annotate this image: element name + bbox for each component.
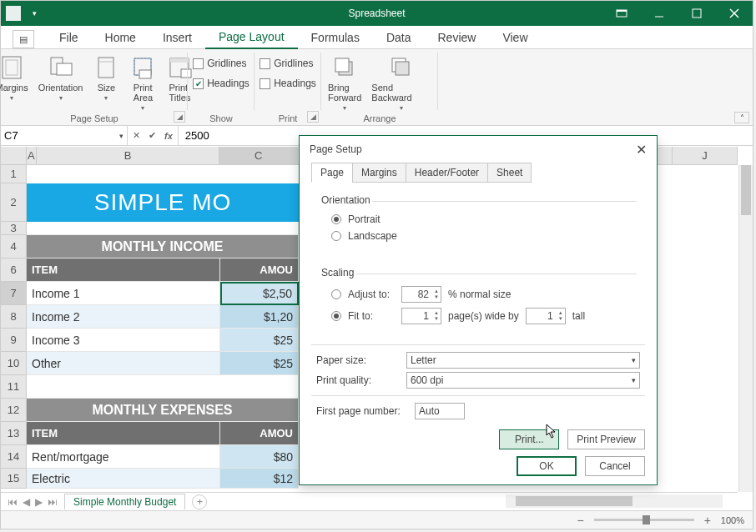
name-box[interactable]: C7▾ xyxy=(1,126,128,145)
print-area-button[interactable]: Print Area▾ xyxy=(128,53,158,113)
print-headings-check[interactable]: Headings xyxy=(260,78,316,89)
tab-data[interactable]: Data xyxy=(373,28,425,48)
collapse-ribbon[interactable]: ˄ xyxy=(734,112,749,123)
first-page-input[interactable]: Auto xyxy=(415,403,465,419)
ribbon-display-button[interactable] xyxy=(602,1,640,26)
svg-rect-1 xyxy=(14,7,20,13)
sheet-nav-last[interactable]: ⏭ xyxy=(48,496,58,508)
th-item: ITEM xyxy=(27,258,220,282)
paper-size-label: Paper size: xyxy=(316,354,400,366)
dialog-tab-page[interactable]: Page xyxy=(311,163,353,183)
close-button[interactable] xyxy=(715,1,753,26)
accept-formula-icon[interactable]: ✔ xyxy=(149,130,156,141)
tab-home[interactable]: Home xyxy=(92,28,149,48)
svg-rect-7 xyxy=(693,9,701,18)
sheet-tab[interactable]: Simple Monthly Budget xyxy=(64,494,185,509)
orientation-button[interactable]: Orientation▾ xyxy=(37,53,85,103)
minimize-button[interactable] xyxy=(640,1,678,26)
fit-width[interactable]: 1 xyxy=(401,308,441,324)
svg-rect-2 xyxy=(7,14,13,20)
send-backward-button[interactable]: Send Backward▾ xyxy=(370,53,433,113)
tab-file[interactable]: File xyxy=(46,28,92,48)
zoom-level[interactable]: 100% xyxy=(721,515,744,525)
svg-rect-25 xyxy=(396,62,409,75)
tab-formulas[interactable]: Formulas xyxy=(298,28,373,48)
app-icon xyxy=(6,6,21,21)
fit-radio[interactable] xyxy=(331,311,341,321)
dialog-tab-sheet[interactable]: Sheet xyxy=(487,163,532,183)
cell-c8[interactable]: $1,20 xyxy=(220,305,299,329)
cell-c7[interactable]: $2,50 xyxy=(220,282,299,305)
select-all-corner[interactable] xyxy=(1,147,27,165)
sheet-tab-bar: ⏮ ◀ ▶ ⏭ Simple Monthly Budget + xyxy=(1,492,738,510)
dialog-tab-header-footer[interactable]: Header/Footer xyxy=(406,163,488,183)
svg-rect-14 xyxy=(98,58,113,78)
tab-review[interactable]: Review xyxy=(425,28,490,48)
maximize-button[interactable] xyxy=(678,1,715,26)
titlebar: ▾ Spreadsheet xyxy=(1,1,753,26)
vertical-scrollbar[interactable] xyxy=(738,165,753,492)
pagesetup-launcher[interactable]: ◢ xyxy=(174,111,185,123)
cell-b8[interactable]: Income 2 xyxy=(27,305,220,329)
bring-forward-button[interactable]: Bring Forward▾ xyxy=(326,53,363,113)
cancel-button[interactable]: Cancel xyxy=(585,456,645,476)
show-headings-check[interactable]: ✔Headings xyxy=(193,78,249,89)
size-button[interactable]: Size▾ xyxy=(91,53,121,103)
group-pagesetup: Page Setup xyxy=(6,113,183,124)
first-page-label: First page number: xyxy=(316,405,408,417)
cell-c14[interactable]: $80 xyxy=(220,445,299,469)
tab-view[interactable]: View xyxy=(489,28,541,48)
fx-icon[interactable]: fx xyxy=(164,131,173,141)
sheet-nav-next[interactable]: ▶ xyxy=(35,496,43,508)
print-quality-combo[interactable]: 600 dpi▾ xyxy=(406,372,640,389)
sheet-nav-prev[interactable]: ◀ xyxy=(23,496,30,508)
svg-rect-23 xyxy=(335,58,349,72)
ok-button[interactable]: OK xyxy=(517,456,577,476)
svg-rect-5 xyxy=(617,10,627,12)
tab-page-layout[interactable]: Page Layout xyxy=(205,27,298,49)
qat-dropdown[interactable]: ▾ xyxy=(24,4,44,23)
zoom-out-button[interactable]: − xyxy=(573,514,587,527)
svg-rect-3 xyxy=(14,14,17,17)
cell-b7[interactable]: Income 1 xyxy=(27,282,220,305)
section-expenses: MONTHLY EXPENSES xyxy=(27,399,299,422)
section-income: MONTHLY INCOME xyxy=(27,235,299,258)
adjust-radio[interactable] xyxy=(331,289,341,299)
svg-rect-18 xyxy=(139,70,151,78)
print-preview-button[interactable]: Print Preview xyxy=(567,429,645,449)
horizontal-scrollbar[interactable] xyxy=(506,494,723,508)
paper-size-combo[interactable]: Letter▾ xyxy=(406,352,640,369)
group-arrange: Arrange xyxy=(326,113,433,124)
cancel-formula-icon[interactable]: ✕ xyxy=(133,130,140,141)
zoom-slider[interactable] xyxy=(594,519,694,521)
ribbon: Margins▾ Orientation▾ Size▾ Print Area▾ … xyxy=(1,49,753,126)
show-gridlines-check[interactable]: Gridlines xyxy=(193,58,246,69)
file-button[interactable]: ▤ xyxy=(13,30,34,48)
scaling-label: Scaling xyxy=(320,267,355,279)
landscape-radio[interactable] xyxy=(331,231,341,241)
cell-b9[interactable]: Income 3 xyxy=(27,329,220,352)
portrait-radio[interactable] xyxy=(331,214,341,224)
dialog-close-icon[interactable]: ✕ xyxy=(636,142,647,158)
th-amount: AMOU xyxy=(220,258,299,282)
margins-button[interactable]: Margins▾ xyxy=(0,53,30,103)
zoom-in-button[interactable]: + xyxy=(701,514,714,527)
new-sheet-button[interactable]: + xyxy=(192,494,207,509)
adjust-value[interactable]: 82 xyxy=(401,286,441,303)
cell-c10[interactable]: $25 xyxy=(220,352,299,375)
sheet-nav-first[interactable]: ⏮ xyxy=(8,496,18,508)
cell-c15[interactable]: $12 xyxy=(220,469,299,489)
print-launcher[interactable]: ◢ xyxy=(307,111,319,123)
cell-c9[interactable]: $25 xyxy=(220,329,299,352)
tab-insert[interactable]: Insert xyxy=(149,28,205,48)
fit-height[interactable]: 1 xyxy=(526,308,566,324)
svg-rect-11 xyxy=(6,60,18,75)
dialog-title: Page Setup xyxy=(310,143,362,155)
cell-b14[interactable]: Rent/mortgage xyxy=(27,445,220,469)
print-gridlines-check[interactable]: Gridlines xyxy=(260,58,313,69)
status-bar: − + 100% xyxy=(1,510,753,529)
print-button[interactable]: Print... xyxy=(499,429,559,449)
dialog-tab-margins[interactable]: Margins xyxy=(352,163,406,183)
cell-b10[interactable]: Other xyxy=(27,352,220,375)
cell-b15[interactable]: Electric xyxy=(27,469,220,489)
